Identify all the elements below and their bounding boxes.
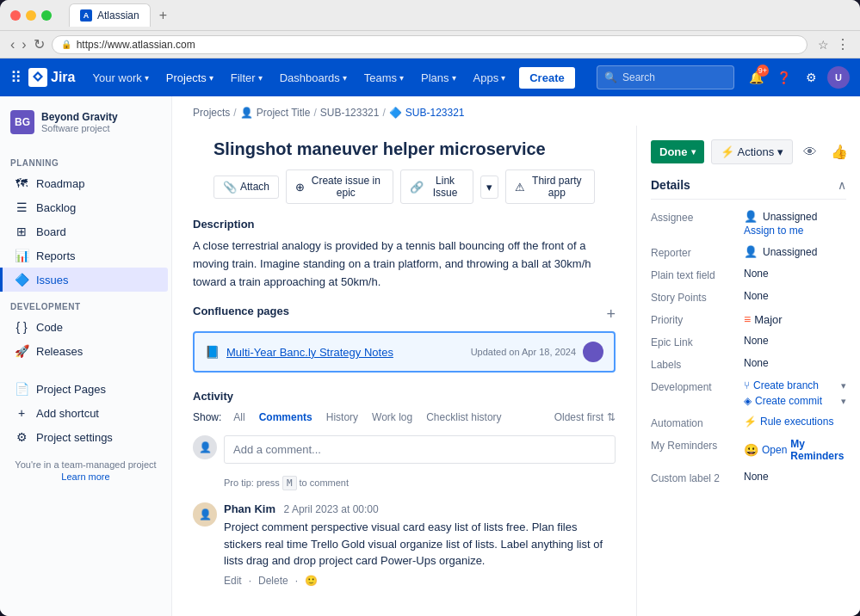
issue-header: Slingshot maneuver helper microservice [193, 139, 616, 169]
back-button[interactable]: ‹ [10, 37, 15, 52]
filter-nav[interactable]: Filter ▾ [224, 68, 269, 88]
minimize-button[interactable] [26, 10, 36, 21]
all-tab[interactable]: All [228, 410, 250, 425]
close-button[interactable] [10, 10, 21, 21]
actions-button[interactable]: ⚡ Actions ▾ [711, 139, 794, 164]
search-placeholder: Search [622, 71, 655, 83]
sidebar-item-project-pages[interactable]: 📄 Project Pages [3, 377, 168, 401]
sidebar-item-code[interactable]: { } Code [3, 315, 168, 339]
roadmap-label: Roadmap [36, 177, 84, 190]
jira-logo: Jira [28, 68, 75, 87]
projects-nav[interactable]: Projects ▾ [159, 68, 220, 88]
create-commit-link[interactable]: ◈ Create commit [744, 395, 822, 407]
confluence-card[interactable]: 📘 Multi-Year Banc.ly Strategy Notes Upda… [193, 331, 616, 373]
project-settings-label: Project settings [36, 431, 113, 444]
attach-button[interactable]: 📎 Attach [213, 176, 279, 199]
reporter-value-row: 👤 Unassigned [744, 245, 817, 258]
collapse-details-button[interactable]: ∧ [838, 178, 846, 192]
edit-comment-button[interactable]: Edit [224, 575, 242, 587]
oldest-first-button[interactable]: Oldest first ⇅ [554, 411, 616, 423]
issue-title: Slingshot maneuver helper microservice [213, 139, 581, 159]
attach-icon: 📎 [223, 181, 237, 194]
confluence-card-left: 📘 Multi-Year Banc.ly Strategy Notes [205, 345, 393, 359]
react-button[interactable]: 🙂 [305, 575, 318, 587]
project-name: Beyond Gravity [41, 111, 118, 123]
delete-comment-button[interactable]: Delete [258, 575, 288, 587]
url-text: https://www.atlassian.com [77, 39, 195, 51]
more-options-button[interactable]: ⋮ [836, 36, 850, 52]
status-button[interactable]: Done ▾ [651, 140, 704, 163]
plans-nav[interactable]: Plans ▾ [414, 68, 463, 88]
sidebar-item-reports[interactable]: 📊 Reports [3, 243, 168, 268]
comment-tip: Pro tip: press M to comment [224, 477, 616, 489]
confluence-doc-title[interactable]: Multi-Year Banc.ly Strategy Notes [226, 346, 393, 359]
dashboards-nav[interactable]: Dashboards ▾ [273, 68, 354, 88]
breadcrumb-sub2[interactable]: SUB-123321 [405, 107, 465, 119]
forward-button[interactable]: › [22, 37, 26, 52]
toolbar-more-button[interactable]: ▾ [480, 176, 498, 199]
comment-input-row: 👤 Add a comment... [193, 435, 616, 464]
breadcrumb-project-title[interactable]: Project Title [257, 107, 311, 119]
releases-label: Releases [36, 345, 83, 358]
sidebar-item-roadmap[interactable]: 🗺 Roadmap [3, 171, 168, 195]
work-log-tab[interactable]: Work log [367, 410, 418, 425]
notifications-button[interactable]: 🔔 9+ [745, 66, 767, 89]
sidebar-item-add-shortcut[interactable]: + Add shortcut [3, 401, 168, 425]
new-tab-button[interactable]: + [154, 6, 172, 25]
create-branch-link[interactable]: ⑂ Create branch [744, 379, 819, 391]
warning-icon: ⚠ [515, 181, 525, 194]
sidebar-item-project-settings[interactable]: ⚙ Project settings [3, 425, 168, 449]
sidebar-item-board[interactable]: ⊞ Board [3, 219, 168, 243]
third-party-button[interactable]: ⚠ Third party app [505, 169, 595, 204]
add-confluence-button[interactable]: + [606, 305, 616, 323]
checklist-tab[interactable]: Checklist history [421, 410, 506, 425]
url-bar[interactable]: 🔒 https://www.atlassian.com [52, 35, 807, 54]
breadcrumb: Projects / 👤 Project Title / SUB-123321 … [172, 96, 860, 119]
assign-me-link[interactable]: Assign to me [744, 225, 817, 237]
priority-badge: ≡ Major [744, 312, 783, 326]
refresh-button[interactable]: ↻ [34, 36, 45, 52]
sidebar-item-backlog[interactable]: ☰ Backlog [3, 195, 168, 219]
thumbs-up-button[interactable]: 👍 [827, 140, 851, 163]
sidebar-item-issues[interactable]: 🔷 Issues [0, 268, 168, 292]
confluence-updated: Updated on Apr 18, 2024 [471, 347, 576, 357]
maximize-button[interactable] [41, 10, 52, 21]
sidebar-item-releases[interactable]: 🚀 Releases [3, 339, 168, 363]
bookmark-button[interactable]: ☆ [818, 38, 829, 52]
create-epic-button[interactable]: ⊕ Create issue in epic [286, 169, 393, 204]
open-reminders-link[interactable]: 😀 Open My Reminders [744, 438, 846, 462]
my-reminders-text: My Reminders [790, 438, 846, 462]
commit-chevron-icon[interactable]: ▾ [841, 396, 846, 407]
reporter-row: Reporter 👤 Unassigned [651, 245, 846, 259]
search-bar[interactable]: 🔍 Search [597, 65, 734, 89]
create-branch-row: ⑂ Create branch ▾ [744, 379, 846, 391]
teams-nav[interactable]: Teams ▾ [357, 68, 411, 88]
your-work-nav[interactable]: Your work ▾ [85, 68, 155, 88]
browser-tab[interactable]: A Atlassian [69, 3, 151, 27]
user-icon: 👤 [240, 107, 253, 119]
apps-grid-icon[interactable]: ⠿ [10, 68, 22, 87]
link-issue-button[interactable]: 🔗 Link Issue [400, 169, 473, 204]
comment-input[interactable]: Add a comment... [224, 435, 616, 464]
watch-button[interactable]: 👁 [800, 141, 820, 163]
confluence-section-title: Confluence pages [193, 305, 289, 317]
branch-chevron-icon[interactable]: ▾ [841, 380, 846, 391]
create-button[interactable]: Create [519, 67, 574, 89]
breadcrumb-sub1[interactable]: SUB-123321 [320, 107, 380, 119]
code-icon: { } [14, 320, 29, 334]
gear-icon: ⚙ [806, 71, 817, 84]
user-avatar[interactable]: U [827, 66, 850, 89]
apps-nav[interactable]: Apps ▾ [467, 68, 513, 88]
tab-title: Atlassian [97, 9, 139, 22]
story-points-label: Story Points [651, 290, 737, 304]
reporter-value: Unassigned [763, 246, 817, 258]
settings-button[interactable]: ⚙ [800, 66, 822, 89]
breadcrumb-projects[interactable]: Projects [193, 107, 230, 119]
history-tab[interactable]: History [321, 410, 363, 425]
branch-icon: ⑂ [744, 379, 750, 391]
rule-executions-link[interactable]: ⚡ Rule executions [744, 416, 833, 428]
plans-chevron: ▾ [452, 73, 456, 83]
comments-tab[interactable]: Comments [254, 410, 318, 425]
learn-more-link[interactable]: Learn more [7, 471, 164, 482]
help-button[interactable]: ❓ [772, 66, 795, 89]
